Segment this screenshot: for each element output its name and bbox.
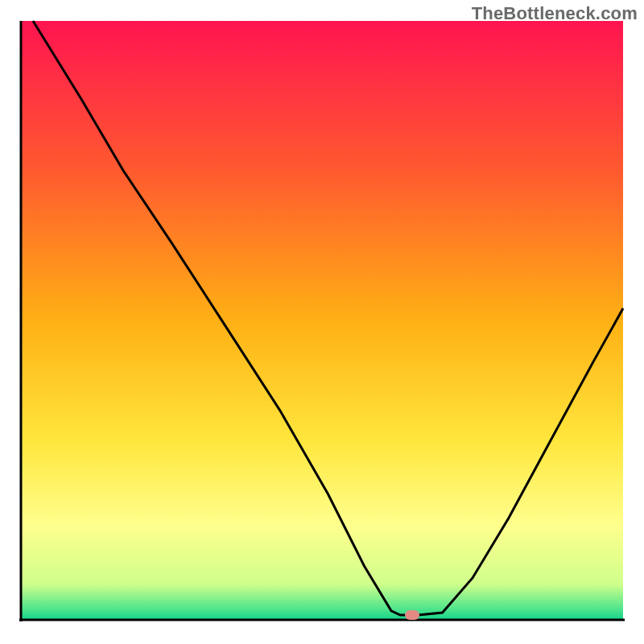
- chart-svg: [0, 0, 644, 644]
- plot-background: [21, 21, 623, 620]
- watermark-text: TheBottleneck.com: [472, 3, 638, 24]
- optimal-marker: [405, 610, 419, 620]
- chart-container: TheBottleneck.com: [0, 0, 644, 644]
